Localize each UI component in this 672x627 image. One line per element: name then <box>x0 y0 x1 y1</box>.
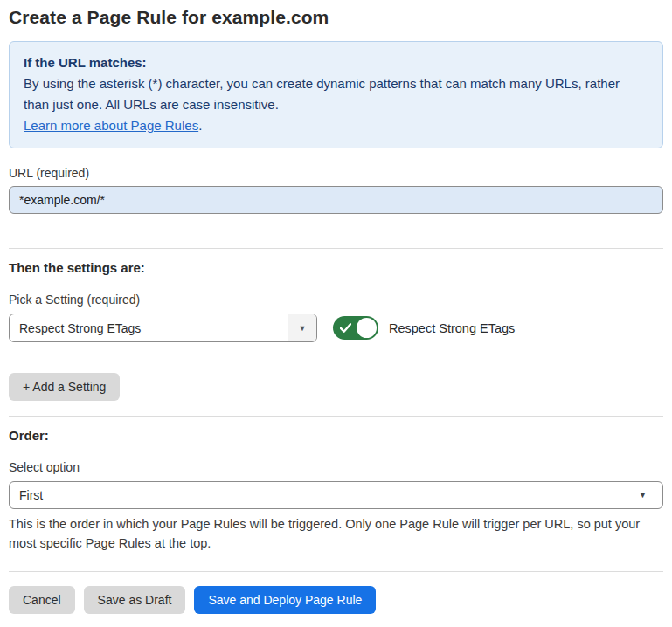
settings-section-heading: Then the settings are: <box>9 260 663 275</box>
info-box-link-line: Learn more about Page Rules. <box>24 115 648 136</box>
info-box-heading: If the URL matches: <box>24 52 648 73</box>
order-select-label: Select option <box>9 460 663 474</box>
url-match-info-box: If the URL matches: By using the asteris… <box>9 41 663 148</box>
page-title: Create a Page Rule for example.com <box>9 7 663 28</box>
chevron-down-icon[interactable]: ▼ <box>288 314 316 341</box>
setting-select[interactable]: Respect Strong ETags ▼ <box>9 314 317 342</box>
save-and-deploy-button[interactable]: Save and Deploy Page Rule <box>194 586 376 614</box>
section-divider <box>9 248 663 249</box>
footer-actions: Cancel Save as Draft Save and Deploy Pag… <box>9 586 663 614</box>
toggle-knob <box>357 318 377 338</box>
order-section-heading: Order: <box>9 428 663 443</box>
learn-more-link[interactable]: Learn more about Page Rules <box>24 118 198 133</box>
create-page-rule-form: Create a Page Rule for example.com If th… <box>0 0 672 614</box>
url-field-label: URL (required) <box>9 166 663 180</box>
footer-divider <box>9 571 663 572</box>
setting-select-value: Respect Strong ETags <box>10 314 288 341</box>
url-input[interactable] <box>9 186 663 214</box>
info-box-body: By using the asterisk (*) character, you… <box>24 73 648 115</box>
add-setting-button[interactable]: + Add a Setting <box>9 373 120 401</box>
order-help-text: This is the order in which your Page Rul… <box>9 514 655 553</box>
setting-toggle[interactable] <box>333 316 378 340</box>
cancel-button[interactable]: Cancel <box>9 586 75 614</box>
link-suffix: . <box>198 118 202 133</box>
chevron-down-icon: ▼ <box>639 491 647 500</box>
toggle-label: Respect Strong ETags <box>389 321 515 335</box>
order-select-value: First <box>19 488 43 502</box>
setting-row: Respect Strong ETags ▼ Respect Strong ET… <box>9 314 663 342</box>
order-select[interactable]: First ▼ <box>9 481 663 509</box>
check-icon <box>340 322 351 334</box>
setting-picker-label: Pick a Setting (required) <box>9 293 663 307</box>
save-as-draft-button[interactable]: Save as Draft <box>84 586 186 614</box>
section-divider <box>9 416 663 417</box>
